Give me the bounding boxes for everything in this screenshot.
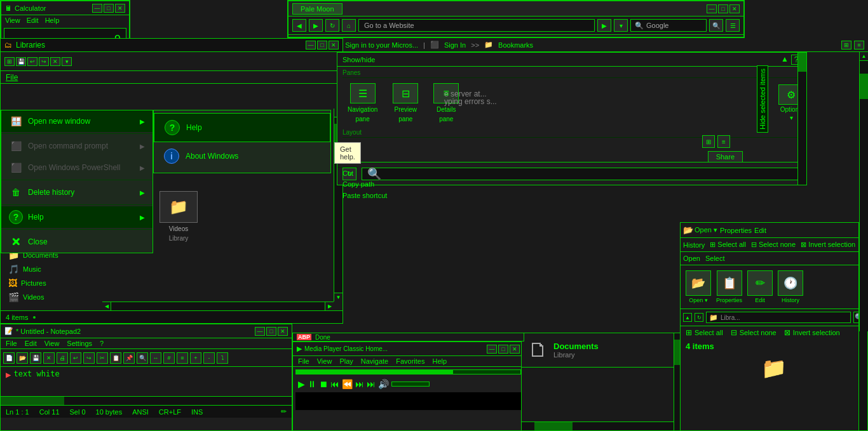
np-goto[interactable]: # (163, 352, 175, 364)
np-print[interactable]: 🖨 (57, 352, 68, 364)
lib-tool2[interactable]: 💾 (16, 57, 26, 66)
np-zoomin[interactable]: + (190, 352, 201, 364)
bookmark-bar-btn1[interactable]: ⊞ (841, 41, 851, 50)
mpc-play-btn[interactable]: ▶ (298, 379, 305, 389)
select-all-btn[interactable]: ⊞ Select all (710, 241, 746, 249)
main-scroll-up[interactable]: ▲ (860, 52, 868, 61)
nav-videos[interactable]: 🎬 Videos (1, 290, 102, 304)
lib-tool6[interactable]: ▾ (62, 57, 72, 66)
mpc-pause-btn[interactable]: ⏸ (308, 379, 316, 389)
open-btn[interactable]: 📂 Open ▾ (683, 225, 717, 235)
mpc-volume-bar[interactable] (391, 381, 430, 387)
np-edit[interactable]: Edit (25, 340, 37, 347)
mpc-maximize[interactable]: □ (498, 345, 508, 354)
lib-minimize[interactable]: — (306, 41, 316, 50)
videos-library-item[interactable]: 📁 Videos Library (159, 191, 198, 242)
thumb-edit[interactable]: ✏ Edit (747, 270, 773, 303)
search-bar[interactable]: 🔍 Google (630, 19, 707, 32)
np-replace[interactable]: ↔ (150, 352, 161, 364)
close-btn[interactable]: ✕ (729, 4, 740, 13)
mpc-file[interactable]: File (298, 357, 309, 365)
np-new[interactable]: 📄 (3, 352, 15, 364)
fright-up-btn[interactable]: ▲ (683, 313, 692, 322)
file-menu-item[interactable]: File (6, 73, 18, 82)
mpc-seekbar[interactable] (295, 369, 521, 375)
mpc-stop-btn[interactable]: ⏹ (319, 379, 328, 389)
url-bar[interactable]: Go to a Website (358, 19, 595, 32)
lib-tool3[interactable]: ↩ (27, 57, 37, 66)
np-undo[interactable]: ↩ (70, 352, 81, 364)
forward-btn[interactable]: ▶ (309, 19, 323, 32)
open-cmd-item[interactable]: ⬛ Open command prompt ▶ (1, 135, 153, 157)
mpc-volume-btn[interactable]: 🔊 (378, 379, 389, 389)
calc-help[interactable]: Help (45, 17, 60, 24)
browser-menu-btn[interactable]: ☰ (726, 19, 740, 32)
help-menu-item[interactable]: ? Help ▶ (1, 206, 153, 228)
bookmarks-label[interactable]: Bookmarks (498, 41, 533, 49)
np-settings[interactable]: Settings (67, 340, 92, 347)
mpc-next-btn[interactable]: ⏭ (367, 379, 376, 389)
search-go-btn[interactable]: 🔍 (709, 19, 723, 32)
scroll-right-btn[interactable]: ▶ (325, 302, 334, 310)
properties-btn[interactable]: Properties (720, 227, 752, 234)
edit-btn[interactable]: Edit (754, 227, 766, 234)
sh-filter-box[interactable]: 🔍 (362, 168, 801, 180)
bookmark-signin[interactable]: Sign In (444, 41, 466, 49)
np-wrap[interactable]: ⤵ (217, 352, 228, 364)
np-redo[interactable]: ↪ (83, 352, 95, 364)
calc-minimize[interactable]: — (92, 4, 102, 13)
calc-view[interactable]: View (5, 17, 20, 24)
select-none-btn[interactable]: ⊟ Select none (751, 241, 796, 249)
np-hscroll[interactable] (1, 396, 292, 405)
nav-pictures[interactable]: 🖼 Pictures (1, 276, 102, 290)
mpc-navigate[interactable]: Navigate (361, 357, 388, 365)
np-file[interactable]: File (6, 340, 17, 347)
scroll-left-btn[interactable]: ◀ (102, 302, 111, 310)
calc-edit[interactable]: Edit (27, 17, 39, 24)
fright-refresh-btn[interactable]: ↻ (695, 313, 703, 322)
main-vscroll[interactable]: ▲ (859, 52, 868, 331)
thumb-history[interactable]: 🕐 History (778, 270, 803, 303)
content-scrollbar[interactable] (797, 53, 806, 185)
np-sort[interactable]: ≡ (177, 352, 188, 364)
home-btn[interactable]: ⌂ (342, 19, 356, 32)
mpc-skipfwd-btn[interactable]: ⏭ (355, 379, 364, 389)
calc-close[interactable]: ✕ (115, 4, 125, 13)
np-paste[interactable]: 📌 (123, 352, 135, 364)
open-btn2[interactable]: Open (683, 255, 700, 262)
url-options-btn[interactable]: ▾ (614, 19, 628, 32)
thumb-open[interactable]: 📂 Open ▾ (686, 270, 711, 303)
minimize-btn[interactable]: — (707, 4, 717, 13)
copy-path-item[interactable]: Copy path (337, 178, 379, 190)
mpc-view[interactable]: View (317, 357, 332, 365)
paste-shortcut-item[interactable]: Paste shortcut (337, 190, 392, 201)
mpc-favorites[interactable]: Favorites (396, 357, 424, 365)
back-btn[interactable]: ◀ (292, 19, 306, 32)
bookmark-ms[interactable]: Sign in to your Micros... (345, 41, 418, 49)
nav-pane-btn[interactable]: ☰ Navigation pane (342, 81, 383, 125)
lib-tool1[interactable]: ⊞ (4, 57, 15, 66)
close-menu-item[interactable]: 🗙 Close (1, 231, 153, 253)
select-none-row-btn[interactable]: ⊟ Select none (731, 328, 776, 337)
np-close[interactable]: ✕ (278, 327, 288, 336)
np-zoomout[interactable]: - (203, 352, 215, 364)
calc-maximize[interactable]: □ (104, 4, 114, 13)
np-maximize[interactable]: □ (266, 327, 276, 336)
share-btn[interactable]: Share (708, 151, 743, 162)
invert-sel-row-btn[interactable]: ⊠ Invert selection (784, 328, 840, 337)
url-go-btn[interactable]: ▶ (597, 19, 611, 32)
np-help[interactable]: ? (100, 340, 104, 347)
lib-close[interactable]: ✕ (329, 41, 339, 50)
nav-music[interactable]: 🎵 Music (1, 262, 102, 276)
mpc-prev-btn[interactable]: ⏮ (330, 379, 339, 389)
doc-hscroll[interactable] (522, 421, 674, 430)
reload-btn[interactable]: ↻ (325, 19, 339, 32)
lib-tool4[interactable]: ↪ (39, 57, 49, 66)
sh-up-btn[interactable]: ▲ (781, 55, 789, 65)
open-ps-item[interactable]: ⬛ Open Windows PowerShell ▶ (1, 157, 153, 178)
hide-selected-items[interactable]: Hide selected items (757, 65, 768, 133)
mpc-skipback-btn[interactable]: ⏪ (342, 379, 353, 389)
help-item-help[interactable]: ? Help (154, 113, 330, 142)
open-new-window-item[interactable]: 🪟 Open new window ▶ (1, 110, 153, 132)
options-dropdown[interactable]: ▾ (790, 114, 793, 121)
